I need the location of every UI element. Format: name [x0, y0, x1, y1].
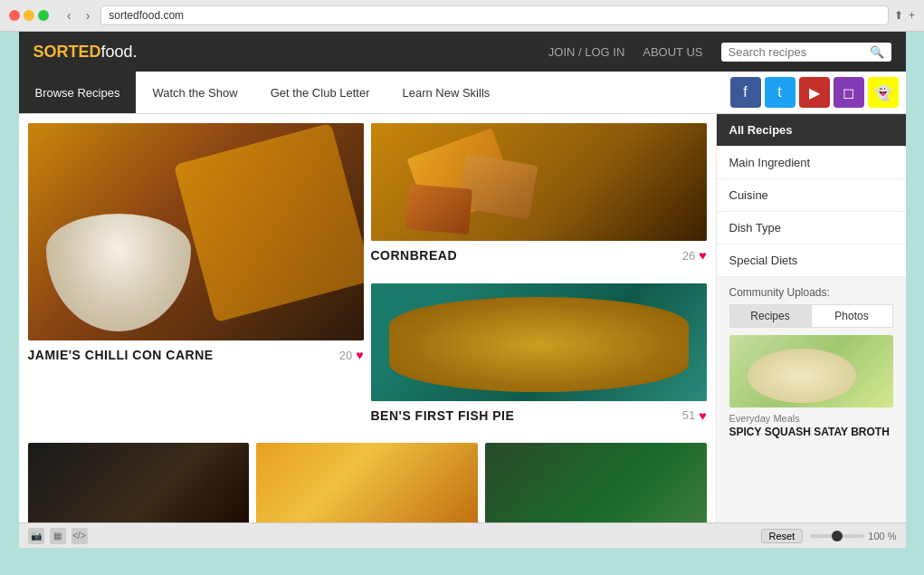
- social-icons: f t ▶ ◻ 👻: [723, 72, 906, 113]
- sub-nav: Browse Recipes Watch the Show Get the Cl…: [19, 72, 906, 114]
- browser-navigation: ‹ ›: [62, 6, 95, 24]
- fish-pie-recipe-title: BEN'S FIRST FISH PIE: [371, 408, 515, 423]
- browser-controls: [9, 10, 49, 21]
- fish-pie-recipe[interactable]: BEN'S FIRST FISH PIE 51 ♥: [371, 283, 707, 436]
- heart-icon-fishpie: ♥: [699, 408, 706, 423]
- recipes-area: JAMIE'S CHILLI CON CARNE 20 ♥: [19, 114, 716, 543]
- bottom-recipe-image-3: [485, 443, 707, 524]
- back-button[interactable]: ‹: [62, 6, 77, 24]
- featured-likes-count: 20: [339, 349, 352, 362]
- bottom-recipe-image-2: [256, 443, 478, 524]
- fish-pie-likes-count: 51: [682, 408, 695, 422]
- add-tab-icon[interactable]: +: [909, 9, 915, 22]
- learn-skills-tab[interactable]: Learn New Skills: [386, 72, 506, 113]
- sidebar-item-cuisine[interactable]: Cuisine: [717, 179, 906, 212]
- snapchat-icon[interactable]: 👻: [868, 77, 899, 108]
- cornbread-likes-count: 26: [682, 249, 695, 263]
- club-letter-tab[interactable]: Get the Club Letter: [254, 72, 386, 113]
- heart-icon-cornbread: ♥: [699, 248, 706, 263]
- maximize-button[interactable]: [38, 10, 49, 21]
- browser-chrome: ‹ › sortedfood.com ⬆ +: [0, 0, 924, 32]
- code-icon[interactable]: </>: [71, 528, 88, 544]
- zoom-thumb[interactable]: [832, 531, 843, 541]
- community-label: Community Uploads:: [729, 286, 893, 299]
- cornbread-recipe-likes: 26 ♥: [682, 248, 707, 263]
- reset-button[interactable]: Reset: [761, 529, 804, 543]
- cornbread-image: [371, 123, 707, 241]
- header-nav: JOIN / LOG IN ABOUT US 🔍: [548, 43, 891, 62]
- grid-icon[interactable]: ▦: [50, 528, 66, 544]
- fish-pie-recipe-likes: 51 ♥: [682, 408, 707, 423]
- bottom-bar: 📷 ▦ </> Reset 100 %: [19, 522, 906, 548]
- zoom-level: 100 %: [868, 531, 896, 541]
- photo-icon[interactable]: 📷: [28, 528, 44, 544]
- cornbread-title-bar: CORNBREAD 26 ♥: [371, 241, 707, 266]
- sidebar-item-main-ingredient[interactable]: Main Ingredient: [717, 147, 906, 179]
- bread-decoration: [173, 123, 363, 322]
- search-box: 🔍: [721, 43, 891, 62]
- watch-show-tab[interactable]: Watch the Show: [136, 72, 253, 113]
- sidebar: All Recipes Main Ingredient Cuisine Dish…: [716, 114, 906, 543]
- sidebar-item-dish-type[interactable]: Dish Type: [717, 212, 906, 244]
- cornbread-pieces: [389, 132, 698, 236]
- bottom-recipe-3[interactable]: [485, 443, 707, 534]
- community-dish-visual: [748, 349, 856, 403]
- youtube-icon[interactable]: ▶: [799, 77, 830, 108]
- search-icon: 🔍: [870, 45, 884, 59]
- browser-tools: ⬆ +: [894, 9, 915, 22]
- sidebar-community: Community Uploads: Recipes Photos Everyd…: [717, 277, 906, 447]
- main-content: JAMIE'S CHILLI CON CARNE 20 ♥: [19, 114, 906, 543]
- featured-title-bar: JAMIE'S CHILLI CON CARNE 20 ♥: [28, 340, 364, 366]
- community-recipe-tag: Everyday Meals: [729, 413, 893, 424]
- bottom-recipe-image-1: [28, 443, 250, 524]
- close-button[interactable]: [9, 10, 20, 21]
- featured-recipe-title: JAMIE'S CHILLI CON CARNE: [28, 348, 214, 362]
- fish-pie-image: [371, 283, 707, 401]
- community-tab-photos[interactable]: Photos: [811, 304, 893, 328]
- instagram-icon[interactable]: ◻: [834, 77, 864, 108]
- forward-button[interactable]: ›: [81, 6, 96, 24]
- zoom-slider: 100 %: [810, 531, 896, 541]
- about-us-link[interactable]: ABOUT US: [643, 45, 702, 59]
- sidebar-item-all-recipes[interactable]: All Recipes: [717, 114, 906, 147]
- community-recipe-image[interactable]: [729, 335, 893, 407]
- join-login-link[interactable]: JOIN / LOG IN: [548, 45, 625, 59]
- bottom-recipe-2[interactable]: [256, 443, 478, 534]
- fish-pie-dish: [389, 297, 689, 392]
- bottom-bar-icons: 📷 ▦ </>: [28, 528, 88, 544]
- site-header: SORTEDfood. JOIN / LOG IN ABOUT US 🔍: [19, 32, 906, 72]
- address-bar[interactable]: sortedfood.com: [100, 5, 889, 25]
- logo-sorted: SORTED: [33, 43, 101, 61]
- bottom-recipe-1[interactable]: [28, 443, 250, 534]
- community-tab-recipes[interactable]: Recipes: [729, 304, 811, 328]
- featured-recipe-image: [28, 123, 364, 340]
- twitter-icon[interactable]: t: [765, 77, 795, 108]
- site-logo: SORTEDfood.: [33, 43, 548, 62]
- page-wrapper: SORTEDfood. JOIN / LOG IN ABOUT US 🔍 Bro…: [19, 32, 906, 548]
- zoom-track[interactable]: [810, 534, 864, 538]
- featured-recipe-likes: 20 ♥: [339, 348, 364, 362]
- sidebar-item-special-diets[interactable]: Special Diets: [717, 244, 906, 277]
- cornbread-recipe[interactable]: CORNBREAD 26 ♥: [371, 123, 707, 276]
- search-input[interactable]: [729, 45, 864, 59]
- minimize-button[interactable]: [24, 10, 34, 21]
- featured-recipe[interactable]: JAMIE'S CHILLI CON CARNE 20 ♥: [28, 123, 364, 436]
- fish-pie-title-bar: BEN'S FIRST FISH PIE 51 ♥: [371, 401, 707, 426]
- browse-recipes-tab[interactable]: Browse Recipes: [19, 72, 137, 113]
- cornbread-recipe-title: CORNBREAD: [371, 248, 458, 263]
- logo-food: food.: [101, 43, 138, 61]
- heart-icon: ♥: [356, 348, 363, 362]
- community-recipe-title: SPICY SQUASH SATAY BROTH: [729, 426, 893, 438]
- share-icon[interactable]: ⬆: [894, 9, 903, 22]
- facebook-icon[interactable]: f: [730, 77, 761, 108]
- bottom-recipes-row: [28, 443, 707, 534]
- community-tabs: Recipes Photos: [729, 304, 893, 328]
- sidebar-menu: All Recipes Main Ingredient Cuisine Dish…: [717, 114, 906, 277]
- bowl-decoration: [46, 214, 191, 331]
